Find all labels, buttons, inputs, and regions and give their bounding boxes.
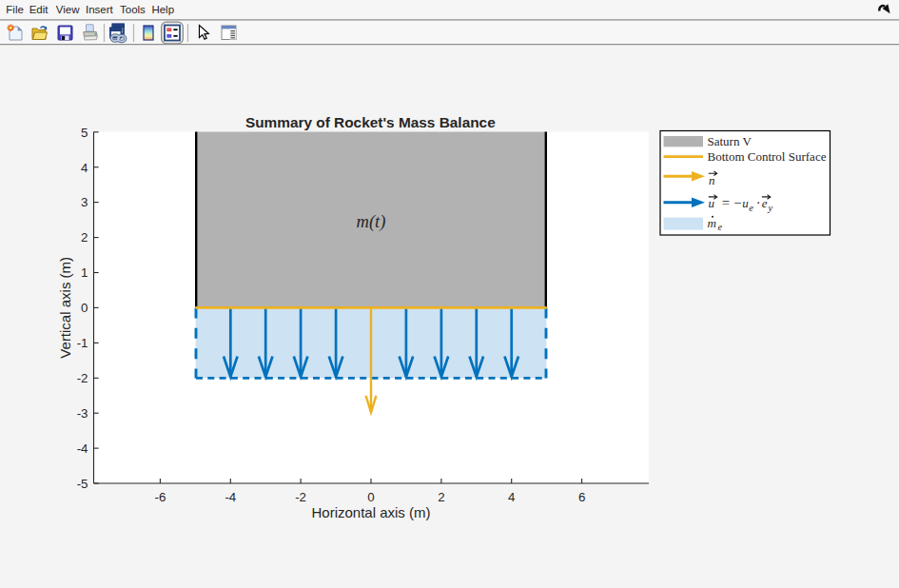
svg-text:4: 4 — [508, 490, 515, 504]
svg-text:e: e — [762, 196, 768, 210]
svg-text:3: 3 — [81, 195, 88, 209]
svg-text:2: 2 — [81, 230, 88, 245]
svg-text:0: 0 — [367, 490, 374, 504]
svg-text:e: e — [749, 203, 753, 213]
svg-text:View: View — [56, 4, 80, 15]
svg-text:-1: -1 — [77, 336, 88, 350]
svg-text:=: = — [722, 195, 730, 210]
svg-text:Tools: Tools — [120, 4, 146, 15]
svg-text:m: m — [708, 216, 716, 230]
svg-text:m(t): m(t) — [357, 212, 386, 232]
svg-text:Insert: Insert — [86, 4, 114, 15]
svg-text:6: 6 — [578, 490, 585, 504]
svg-text:-3: -3 — [77, 406, 88, 421]
svg-text:Horizontal axis (m): Horizontal axis (m) — [311, 504, 430, 520]
svg-text:-6: -6 — [154, 490, 166, 504]
svg-text:0: 0 — [81, 301, 88, 315]
svg-text:-5: -5 — [77, 477, 88, 491]
svg-text:-2: -2 — [295, 490, 306, 504]
svg-text:y: y — [768, 203, 773, 213]
svg-text:u: u — [742, 196, 749, 210]
svg-text:-2: -2 — [77, 371, 88, 385]
svg-text:Vertical axis (m): Vertical axis (m) — [57, 257, 73, 359]
svg-text:−: − — [733, 195, 741, 210]
svg-text:Summary of Rocket's Mass Balan: Summary of Rocket's Mass Balance — [245, 114, 496, 130]
svg-text:Saturn V: Saturn V — [708, 134, 752, 148]
svg-text:File: File — [6, 4, 24, 15]
svg-text:-4: -4 — [225, 490, 236, 504]
svg-text:Edit: Edit — [29, 4, 49, 15]
svg-text:-4: -4 — [77, 441, 88, 456]
svg-text:4: 4 — [81, 161, 88, 175]
svg-text:Bottom Control Surface: Bottom Control Surface — [708, 149, 827, 164]
svg-text:Help: Help — [151, 4, 174, 15]
svg-text:1: 1 — [81, 265, 88, 280]
svg-text:e: e — [718, 222, 723, 232]
svg-text:5: 5 — [81, 126, 88, 140]
svg-text:2: 2 — [438, 490, 444, 504]
svg-text:·: · — [756, 195, 761, 210]
